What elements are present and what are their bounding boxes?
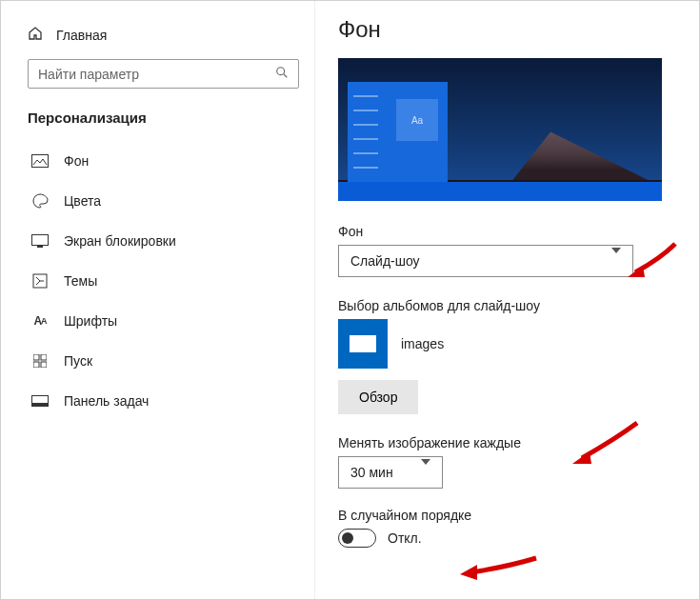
sidebar-item-start[interactable]: Пуск [28, 343, 299, 379]
sidebar-item-lockscreen[interactable]: Экран блокировки [28, 223, 299, 259]
album-label: Выбор альбомов для слайд-шоу [338, 298, 676, 313]
picture-icon [31, 152, 49, 170]
page-title: Фон [338, 16, 676, 43]
sidebar-item-background[interactable]: Фон [28, 143, 299, 179]
home-label: Главная [56, 28, 107, 43]
change-interval-select[interactable]: 30 мин [338, 456, 443, 489]
random-order-label: В случайном порядке [338, 508, 676, 523]
background-label: Фон [338, 224, 676, 239]
preview-tile: Aa [396, 99, 438, 141]
home-link[interactable]: Главная [28, 20, 299, 55]
sidebar-item-label: Экран блокировки [64, 233, 176, 249]
svg-rect-9 [41, 362, 47, 368]
background-select[interactable]: Слайд-шоу [338, 245, 633, 277]
taskbar-icon [31, 392, 49, 410]
sidebar-item-themes[interactable]: Темы [28, 263, 299, 299]
sidebar-item-label: Шрифты [64, 313, 117, 329]
background-select-value: Слайд-шоу [350, 253, 420, 269]
fonts-icon: AA [31, 312, 49, 330]
svg-line-1 [284, 74, 288, 78]
home-icon [28, 26, 43, 44]
svg-rect-7 [41, 354, 47, 360]
svg-point-0 [277, 68, 285, 75]
change-interval-value: 30 мин [350, 465, 393, 480]
chevron-down-icon [421, 465, 430, 480]
content-pane: Фон Aa Фон Слайд-шоу Выбор альбомов для … [315, 1, 699, 599]
search-placeholder: Найти параметр [38, 67, 139, 82]
search-icon [275, 66, 289, 82]
sidebar: Главная Найти параметр Персонализация Фо… [1, 1, 315, 599]
folder-icon [338, 319, 388, 369]
sidebar-item-taskbar[interactable]: Панель задач [28, 383, 299, 419]
svg-rect-3 [32, 235, 49, 246]
sidebar-item-fonts[interactable]: AA Шрифты [28, 303, 299, 339]
sidebar-item-label: Панель задач [64, 393, 149, 409]
sidebar-item-label: Темы [64, 273, 97, 289]
palette-icon [31, 192, 49, 210]
search-input[interactable]: Найти параметр [28, 59, 299, 89]
chevron-down-icon [611, 253, 621, 269]
album-item[interactable]: images [338, 319, 676, 369]
start-icon [31, 352, 49, 370]
browse-button[interactable]: Обзор [338, 380, 418, 414]
svg-rect-11 [32, 403, 49, 407]
svg-rect-4 [37, 246, 43, 248]
sidebar-item-label: Пуск [64, 353, 92, 369]
category-title: Персонализация [28, 110, 299, 126]
sidebar-item-label: Цвета [64, 193, 101, 209]
svg-rect-2 [32, 155, 49, 168]
lockscreen-icon [31, 232, 49, 250]
change-interval-label: Менять изображение каждые [338, 435, 676, 450]
random-toggle[interactable] [338, 529, 376, 548]
themes-icon [31, 272, 49, 290]
sidebar-item-colors[interactable]: Цвета [28, 183, 299, 219]
sidebar-item-label: Фон [64, 153, 89, 169]
svg-rect-6 [33, 354, 39, 360]
svg-rect-8 [33, 362, 39, 368]
album-name: images [401, 336, 444, 351]
random-toggle-state: Откл. [388, 530, 422, 546]
desktop-preview: Aa [338, 58, 662, 201]
